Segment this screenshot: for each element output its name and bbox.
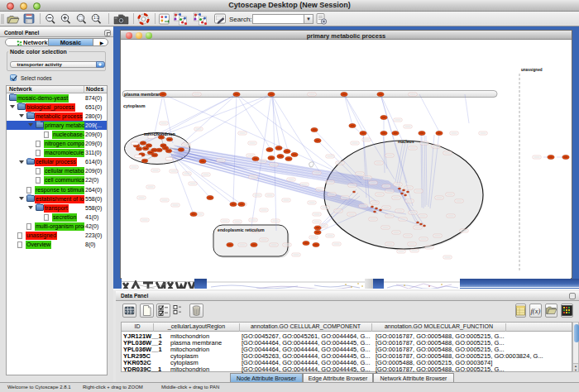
svg-text:plasma membrane: plasma membrane bbox=[124, 92, 163, 97]
svg-text:cytoplasm: cytoplasm bbox=[123, 103, 146, 108]
svg-text:mitochondrion: mitochondrion bbox=[144, 131, 175, 136]
svg-text:endoplasmic reticulum: endoplasmic reticulum bbox=[218, 227, 265, 232]
svg-text:unassigned: unassigned bbox=[521, 68, 543, 72]
svg-text:f(x): f(x) bbox=[531, 307, 541, 315]
svg-text:1:1: 1:1 bbox=[93, 16, 99, 20]
svg-text:nucleus: nucleus bbox=[398, 139, 414, 144]
